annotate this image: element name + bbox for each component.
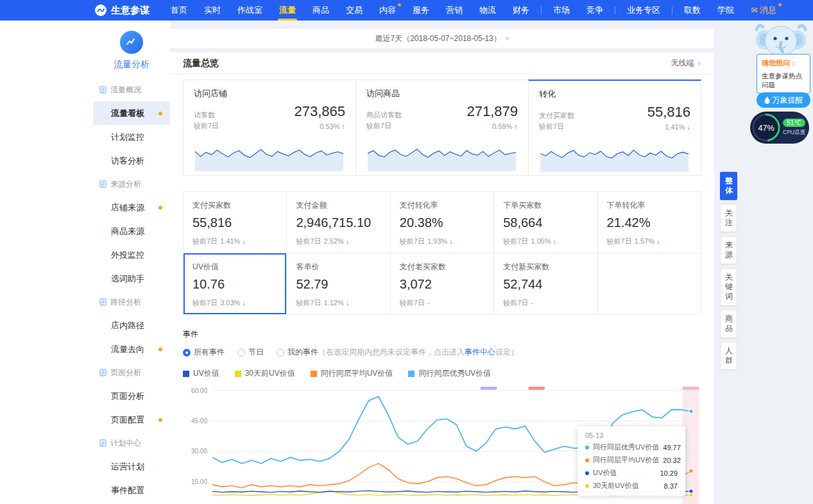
compare-label: 较前7日	[193, 237, 218, 245]
sidebar-item-shop-source[interactable]: 店铺来源	[93, 196, 170, 219]
legend-label: UV价值	[193, 368, 219, 379]
sidebar-item-goods-source[interactable]: 商品来源	[93, 219, 170, 243]
nav-item-logistics[interactable]: 物流	[471, 0, 504, 21]
sidebar-item-label: 访客分析	[111, 156, 144, 165]
tooltip-row-peer-average: 同行同层平均UV价值20.32	[585, 455, 678, 465]
sidebar-item-label: 商品来源	[111, 226, 144, 236]
sidebar-item-page-analysis-group[interactable]: 页面分析	[93, 361, 170, 384]
sparkline-chart	[194, 134, 345, 171]
legend-item-uv-value-30d[interactable]: 30天前UV价值	[235, 368, 295, 379]
legend-item-peer-average[interactable]: 同行同层平均UV价值	[311, 368, 393, 379]
metric-cell-pay-amount[interactable]: 支付金额2,946,715.10较前7日2.52% ↓	[287, 192, 390, 253]
ask-hot-question-link[interactable]: 生意参谋热点问题	[762, 71, 805, 89]
sidebar-item-word-helper[interactable]: 选词助手	[93, 267, 170, 290]
dimension-tab-goods[interactable]: 商品	[720, 310, 737, 338]
sidebar-item-visitor-analysis[interactable]: 访客分析	[93, 149, 170, 172]
events-section: 事件 所有事件节日我的事件（在选定周期内您尚未设定事件，点击进入事件中心设定）	[183, 329, 701, 358]
sidebar-item-traffic-destination[interactable]: 流量去向	[93, 337, 170, 361]
tooltip-series-name: UV价值	[593, 468, 617, 478]
dimension-tab-crowd[interactable]: 人群	[720, 342, 737, 370]
event-option-my-events[interactable]: 我的事件（在选定周期内您尚未设定事件，点击进入事件中心设定）	[277, 347, 518, 358]
metric-cell-order-buyers[interactable]: 下单买家数58,664较前7日1.05% ↓	[494, 192, 597, 253]
dimension-tab-keyword[interactable]: 关键词	[720, 268, 737, 306]
metric-label: 访客数	[194, 110, 215, 120]
tooltip-row-uv-value-30d: 30天前UV价值8.37	[585, 481, 678, 491]
nav-item-business-zone[interactable]: 业务专区	[619, 0, 669, 21]
dimension-tab-follow[interactable]: 关注	[720, 204, 737, 232]
sidebar-item-label: 计划监控	[111, 132, 144, 142]
sidebar-item-plan-center[interactable]: 计划中心	[93, 432, 170, 455]
tooltip-series-dot	[585, 458, 589, 462]
sidebar-item-source-analysis[interactable]: 来源分析	[93, 172, 170, 196]
metric-compare: 较前7日1.93% ↓	[400, 237, 453, 246]
nav-item-fetch-data[interactable]: 取数	[676, 0, 709, 21]
event-marker-marker-1[interactable]	[481, 387, 497, 390]
nav-item-goods[interactable]: 商品	[304, 0, 338, 21]
overview-tab-visit-shop[interactable]: 访问店铺访客数273,865较前7日0.53% ↑	[183, 80, 356, 176]
metric-label: 下单买家数	[503, 200, 588, 211]
nav-item-traffic[interactable]: 流量	[271, 0, 304, 21]
trend-down-icon: ↓	[655, 237, 660, 245]
nav-item-finance[interactable]: 财务	[504, 0, 538, 21]
event-center-link[interactable]: 事件中心	[465, 348, 495, 357]
metric-cell-order-conversion[interactable]: 下单转化率21.42%较前7日1.57% ↓	[598, 192, 701, 253]
tooltip-rows: 同行同层优秀UV价值49.77同行同层平均UV价值20.32UV价值10.293…	[585, 442, 678, 491]
app-logo[interactable]: 生意参谋	[95, 4, 150, 17]
trend-up-icon: ↑	[515, 122, 518, 130]
metric-label: UV价值	[193, 262, 277, 273]
tooltip-series-value: 20.32	[663, 457, 681, 464]
nav-item-message[interactable]: ✉消息	[742, 0, 785, 21]
metric-cell-uv-value[interactable]: UV价值10.76较前7日3.03% ↓	[184, 253, 287, 315]
nav-item-competition[interactable]: 竞争	[578, 0, 612, 21]
sidebar-item-external-monitor[interactable]: 外投监控	[93, 243, 170, 267]
trend-down-icon: ↓	[240, 299, 246, 307]
terminal-select[interactable]: 无线端 ∨	[671, 58, 701, 69]
cpu-monitor-widget[interactable]: 47% 51℃ CPU温度	[750, 112, 809, 144]
nav-item-market[interactable]: 市场	[545, 0, 578, 21]
sidebar-item-operation-plan[interactable]: 运营计划	[93, 455, 170, 478]
sidebar-item-page-config[interactable]: 页面配置	[93, 408, 170, 432]
overview-tab-conversion[interactable]: 转化支付买家数55,816较前7日1.41% ↓	[528, 80, 701, 176]
nav-item-content[interactable]: 内容	[371, 0, 404, 21]
event-option-holidays[interactable]: 节日	[237, 347, 264, 358]
event-marker-marker-3[interactable]	[683, 387, 699, 390]
wanxiang-reminder-button[interactable]: 万象提醒	[757, 92, 810, 108]
sidebar-item-traffic-overview[interactable]: 流量概况	[93, 78, 170, 101]
nav-item-marketing[interactable]: 营销	[438, 0, 471, 21]
tab-card-title: 转化	[539, 88, 690, 100]
sidebar-item-plan-monitor[interactable]: 计划监控	[93, 125, 170, 149]
sidebar-item-event-config[interactable]: 事件配置	[93, 478, 170, 502]
metric-cell-avg-order-value[interactable]: 客单价52.79较前7日1.12% ↓	[287, 253, 390, 315]
sidebar-item-in-shop-path[interactable]: 店内路径	[93, 314, 170, 337]
date-range-selector[interactable]: 最近7天（2018-05-07~2018-05-13） ∨	[170, 29, 714, 48]
nav-item-trade[interactable]: 交易	[338, 0, 371, 21]
nav-item-war-room[interactable]: 作战室	[229, 0, 271, 21]
compare-label: 较前7日	[296, 299, 321, 307]
nav-item-service[interactable]: 服务	[404, 0, 438, 21]
metric-cell-new-pay-buyers[interactable]: 支付新买家数52,744较前7日-	[494, 253, 597, 315]
dimension-tab-overall[interactable]: 整体	[720, 172, 737, 200]
metric-value: 52.79	[296, 277, 381, 292]
dimension-tab-source[interactable]: 来源	[720, 236, 737, 264]
legend-item-peer-excellent[interactable]: 同行同层优秀UV价值	[408, 368, 491, 379]
sidebar-item-page-analysis[interactable]: 页面分析	[93, 384, 170, 408]
sidebar-item-path-analysis[interactable]: 路径分析	[93, 290, 170, 314]
nav-item-academy[interactable]: 学院	[709, 0, 742, 21]
metric-cell-pay-buyers[interactable]: 支付买家数55,816较前7日1.41% ↓	[184, 192, 287, 253]
nav-item-realtime[interactable]: 实时	[196, 0, 229, 21]
sidebar-item-traffic-dashboard[interactable]: 流量看板	[93, 101, 170, 125]
legend-item-uv-value[interactable]: UV价值	[183, 368, 219, 379]
trend-up-icon: ↑	[342, 122, 346, 130]
metric-cell-pay-conversion[interactable]: 支付转化率20.38%较前7日1.93% ↓	[391, 192, 494, 253]
folder-icon	[99, 180, 107, 188]
metric-value: 20.38%	[400, 215, 484, 230]
series-end-dot-uv-value-30d	[689, 493, 693, 497]
overview-tab-visit-goods[interactable]: 访问商品商品访客数271,879较前7日0.59% ↑	[355, 80, 529, 176]
compare-label: 较前7日	[194, 121, 219, 131]
event-option-all-events[interactable]: 所有事件	[183, 347, 225, 358]
nav-item-home[interactable]: 首页	[162, 0, 196, 21]
tooltip-series-value: 10.29	[660, 469, 678, 477]
metric-cell-old-pay-buyers[interactable]: 支付老买家数3,072较前7日-	[391, 253, 494, 315]
notification-dot	[778, 3, 782, 6]
event-marker-marker-2[interactable]	[528, 387, 545, 390]
